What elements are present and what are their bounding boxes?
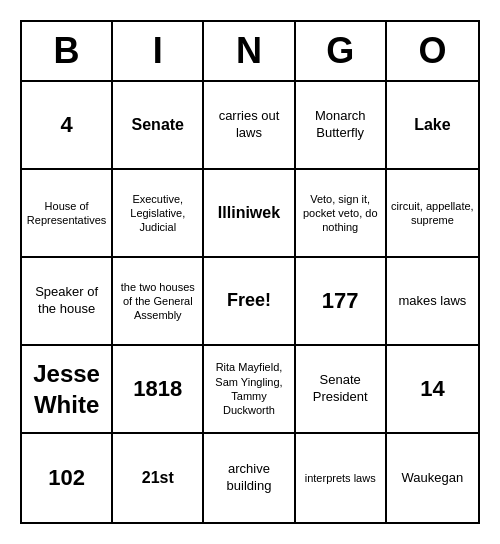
cell-0: 4 (22, 82, 113, 170)
cell-13: 177 (296, 258, 387, 346)
header-o: O (387, 22, 478, 80)
cell-1: Senate (113, 82, 204, 170)
cell-22: archive building (204, 434, 295, 522)
bingo-card: B I N G O 4 Senate carries out laws Mona… (20, 20, 480, 524)
header-n: N (204, 22, 295, 80)
cell-19: 14 (387, 346, 478, 434)
cell-20: 102 (22, 434, 113, 522)
header-b: B (22, 22, 113, 80)
cell-16: 1818 (113, 346, 204, 434)
header-g: G (296, 22, 387, 80)
bingo-header: B I N G O (22, 22, 478, 82)
cell-7: Illiniwek (204, 170, 295, 258)
cell-2: carries out laws (204, 82, 295, 170)
cell-5: House of Representatives (22, 170, 113, 258)
cell-15: Jesse White (22, 346, 113, 434)
cell-11: the two houses of the General Assembly (113, 258, 204, 346)
cell-24: Waukegan (387, 434, 478, 522)
cell-17: Rita Mayfield, Sam Yingling, Tammy Duckw… (204, 346, 295, 434)
cell-3: Monarch Butterfly (296, 82, 387, 170)
cell-12-free: Free! (204, 258, 295, 346)
bingo-grid: 4 Senate carries out laws Monarch Butter… (22, 82, 478, 522)
cell-21: 21st (113, 434, 204, 522)
header-i: I (113, 22, 204, 80)
cell-23: interprets laws (296, 434, 387, 522)
cell-9: circuit, appellate, supreme (387, 170, 478, 258)
cell-10: Speaker of the house (22, 258, 113, 346)
cell-6: Executive, Legislative, Judicial (113, 170, 204, 258)
cell-8: Veto, sign it, pocket veto, do nothing (296, 170, 387, 258)
cell-4: Lake (387, 82, 478, 170)
cell-14: makes laws (387, 258, 478, 346)
cell-18: Senate President (296, 346, 387, 434)
